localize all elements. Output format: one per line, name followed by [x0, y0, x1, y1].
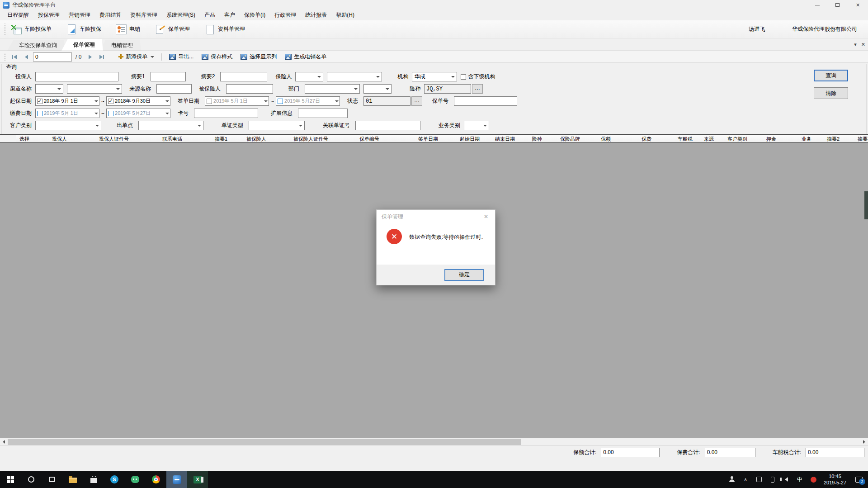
- ext-info-input[interactable]: [298, 109, 348, 118]
- minimize-button[interactable]: [807, 0, 827, 10]
- first-record-button[interactable]: [9, 52, 19, 62]
- add-policy-button[interactable]: 新添保单: [115, 52, 157, 62]
- menu-item-settlement[interactable]: 费用结算: [95, 10, 126, 20]
- risk-type-picker-button[interactable]: …: [472, 84, 483, 94]
- menu-item-customer[interactable]: 客户: [220, 10, 240, 20]
- tray-expand-button[interactable]: ∧: [739, 471, 752, 488]
- sign-date-from-checkbox[interactable]: [207, 99, 212, 104]
- menu-item-library[interactable]: 资料库管理: [126, 10, 162, 20]
- toolbar-button-telesales[interactable]: 电销: [113, 22, 145, 37]
- menu-item-policy[interactable]: 保险单(I): [240, 10, 270, 20]
- tab-policy-manage[interactable]: 保单管理: [61, 39, 103, 51]
- menu-item-marketing[interactable]: 营销管理: [64, 10, 95, 20]
- status-input[interactable]: [363, 96, 410, 106]
- search-button[interactable]: 查询: [814, 70, 848, 81]
- start-date-from[interactable]: 2018年 9月 1日: [35, 96, 99, 106]
- choose-columns-button[interactable]: 选择显示列: [237, 52, 280, 62]
- dept-select-1[interactable]: [305, 84, 360, 94]
- insured-input[interactable]: [226, 84, 273, 94]
- tray-icon-2[interactable]: [766, 471, 779, 488]
- scroll-left-button[interactable]: [0, 438, 8, 445]
- column-header-start-date[interactable]: 起始日期: [457, 135, 492, 142]
- column-header-brand[interactable]: 保险品牌: [557, 135, 598, 142]
- start-button[interactable]: [0, 471, 21, 488]
- tab-telesales-manage[interactable]: 电销管理: [99, 40, 141, 51]
- horizontal-scrollbar[interactable]: [0, 438, 868, 445]
- column-header-policyholder[interactable]: 投保人: [49, 135, 96, 142]
- skype-button[interactable]: [104, 471, 125, 488]
- column-header-summary3[interactable]: 摘要3: [854, 135, 868, 142]
- notification-center-button[interactable]: 2: [850, 471, 868, 488]
- column-header-insured[interactable]: 被保险人: [243, 135, 290, 142]
- channel-select-2[interactable]: [67, 84, 122, 94]
- column-header-phone[interactable]: 联系电话: [159, 135, 212, 142]
- toolbar-button-car-policy-form[interactable]: 车险投保单: [8, 22, 57, 37]
- source-input[interactable]: [156, 84, 192, 94]
- menu-item-system[interactable]: 系统管理(S): [162, 10, 200, 20]
- status-picker-button[interactable]: …: [411, 96, 422, 106]
- pay-date-from-checkbox[interactable]: [37, 111, 42, 116]
- menu-item-underwriting[interactable]: 投保管理: [33, 10, 64, 20]
- column-header-sign-date[interactable]: 签单日期: [415, 135, 457, 142]
- excel-taskbar-button[interactable]: [187, 471, 208, 488]
- column-header-source[interactable]: 来源: [701, 135, 724, 142]
- save-style-button[interactable]: 保存样式: [198, 52, 236, 62]
- summary1-input[interactable]: [151, 72, 186, 81]
- ok-button[interactable]: 确定: [444, 269, 484, 281]
- risk-type-input[interactable]: [424, 84, 471, 94]
- column-header-policy-no[interactable]: 保单编号: [356, 135, 415, 142]
- column-header-select[interactable]: 选择: [16, 135, 49, 142]
- biz-type-select[interactable]: [464, 121, 489, 130]
- tray-icon-3[interactable]: [807, 471, 820, 488]
- wechat-button[interactable]: [125, 471, 146, 488]
- search-button[interactable]: [21, 471, 42, 488]
- volume-button[interactable]: [779, 471, 793, 488]
- outlet-select[interactable]: [138, 121, 203, 130]
- insurance-app-taskbar-button[interactable]: [166, 471, 187, 488]
- column-header-policyholder-id[interactable]: 投保人证件号: [96, 135, 159, 142]
- column-header-summary1[interactable]: 摘要1: [212, 135, 243, 142]
- menu-item-help[interactable]: 帮助(H): [331, 10, 359, 20]
- menu-item-schedule[interactable]: 日程提醒: [3, 10, 33, 20]
- tray-icon-1[interactable]: [752, 471, 766, 488]
- maximize-button[interactable]: [827, 0, 848, 10]
- column-header-business[interactable]: 业务: [798, 135, 824, 142]
- chrome-button[interactable]: [146, 471, 166, 488]
- last-record-button[interactable]: [97, 52, 107, 62]
- column-header-risk-type[interactable]: 险种: [529, 135, 557, 142]
- pay-date-to[interactable]: 2019年 5月27日: [106, 109, 170, 118]
- include-sub-org-checkbox[interactable]: [461, 74, 466, 80]
- menu-item-reports[interactable]: 统计报表: [301, 10, 331, 20]
- insurer-select-2[interactable]: [327, 72, 382, 81]
- next-record-button[interactable]: [85, 52, 95, 62]
- org-select[interactable]: 华成: [412, 72, 457, 81]
- prev-record-button[interactable]: [21, 52, 31, 62]
- navbar-grip[interactable]: [4, 53, 6, 61]
- column-header-vehicle-tax[interactable]: 车船税: [675, 135, 701, 142]
- vertical-scrollbar-thumb[interactable]: [864, 191, 868, 219]
- pay-date-from[interactable]: 2019年 5月 1日: [35, 109, 99, 118]
- scroll-right-button[interactable]: [860, 438, 868, 445]
- policyholder-input[interactable]: [35, 72, 118, 81]
- menu-item-admin[interactable]: 行政管理: [270, 10, 301, 20]
- record-number-input[interactable]: [33, 52, 72, 62]
- people-button[interactable]: [725, 471, 739, 488]
- task-view-button[interactable]: [42, 471, 62, 488]
- toolbar-button-car-underwrite[interactable]: 车险投保: [63, 22, 106, 37]
- tab-car-policy-query[interactable]: 车险投保单查询: [7, 40, 65, 51]
- column-header-customer-type[interactable]: 客户类别: [724, 135, 763, 142]
- export-button[interactable]: 导出...: [166, 52, 197, 62]
- clear-button[interactable]: 清除: [814, 87, 848, 99]
- column-header-premium[interactable]: 保费: [638, 135, 675, 142]
- pay-date-to-checkbox[interactable]: [108, 111, 113, 116]
- sign-date-from[interactable]: 2019年 5月 1日: [205, 96, 269, 106]
- sign-date-to[interactable]: 2019年 5月27日: [276, 96, 340, 106]
- insurer-select-1[interactable]: [295, 72, 323, 81]
- channel-select-1[interactable]: [35, 84, 63, 94]
- doc-type-select[interactable]: [249, 121, 305, 130]
- related-doc-input[interactable]: [355, 121, 420, 130]
- file-explorer-button[interactable]: [62, 471, 83, 488]
- toolbar-button-doc-manage[interactable]: 资料单管理: [201, 22, 250, 37]
- dept-select-2[interactable]: [363, 84, 392, 94]
- ime-indicator[interactable]: 中: [793, 471, 807, 488]
